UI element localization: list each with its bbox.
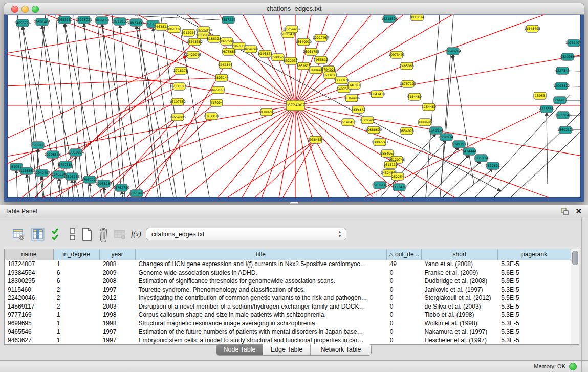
graph-node[interactable]: 9146821 — [258, 50, 272, 57]
table-row[interactable]: 2242004622012Investigating the contribut… — [5, 294, 571, 302]
graph-node[interactable]: 17359924 — [68, 149, 84, 156]
graph-node[interactable]: 8322037 — [284, 57, 298, 64]
column-header-name[interactable]: name — [5, 249, 54, 260]
graph-node[interactable]: 18300295 — [258, 108, 275, 116]
graph-node[interactable]: 12923446 — [128, 190, 145, 197]
graph-node[interactable]: 19751074 — [565, 39, 581, 47]
column-header-short[interactable]: short — [422, 249, 498, 260]
graph-node[interactable]: 8186328 — [207, 35, 221, 42]
tab-node-table[interactable]: Node Table — [216, 344, 263, 355]
graph-node[interactable]: 16671355 — [128, 19, 144, 26]
graph-node[interactable]: 15148453 — [340, 119, 356, 126]
graph-node[interactable]: 19654985 — [169, 114, 186, 121]
graph-node[interactable]: 252254 — [391, 173, 404, 180]
graph-node[interactable]: 19218506 — [381, 15, 398, 23]
graph-node[interactable]: 16107552 — [169, 98, 186, 105]
table-row[interactable]: 946362711997Embryonic stem cells: a mode… — [5, 336, 571, 345]
graph-node[interactable]: 19384554 — [308, 136, 324, 143]
network-canvas[interactable]: 2405572420691406106532871527602184661601… — [7, 15, 581, 198]
graph-node[interactable]: 2718176 — [173, 67, 188, 74]
graph-node[interactable]: 9654923 — [400, 127, 414, 135]
graph-node[interactable]: 10653287 — [56, 16, 73, 24]
select-all-icon[interactable] — [49, 227, 63, 242]
graph-node[interactable]: 16648784 — [445, 48, 461, 55]
table-settings-icon[interactable] — [11, 227, 26, 242]
column-visibility-icon[interactable] — [31, 227, 45, 242]
graph-node[interactable]: 8813074 — [410, 15, 424, 21]
column-header-pagerank[interactable]: pagerank — [498, 249, 571, 260]
graph-node[interactable]: 9154469 — [407, 93, 422, 100]
table-row[interactable]: 969969511998Structural magnetic resonanc… — [5, 319, 571, 328]
graph-node[interactable]: 9875685 — [222, 48, 236, 55]
graph-node[interactable]: 9797588 — [58, 161, 73, 168]
graph-node[interactable]: 9329966 — [560, 53, 575, 60]
graph-node[interactable]: 11156869 — [18, 167, 35, 174]
graph-node[interactable]: 16782759 — [113, 184, 129, 191]
graph-node[interactable]: 13505135 — [63, 173, 80, 180]
graph-node[interactable]: 16210643 — [555, 112, 571, 119]
table-row[interactable]: 1938455462009Genome-wide association stu… — [5, 269, 571, 277]
graph-node[interactable]: 12217987 — [313, 34, 329, 41]
graph-node[interactable]: 15276021 — [76, 16, 92, 24]
graph-node[interactable]: 8267150 — [204, 113, 219, 120]
graph-node[interactable]: 8454749 — [244, 46, 258, 53]
table-vertical-scrollbar[interactable] — [571, 249, 579, 344]
table-row[interactable]: 1872400712008Changes of HCN gene express… — [5, 260, 571, 269]
graph-node[interactable]: 8466160 — [95, 17, 109, 24]
table-row[interactable]: 1456911722003Disruption of a novel membe… — [5, 302, 571, 311]
graph-node[interactable]: 417004 — [210, 99, 223, 106]
graph-node[interactable]: 1615132 — [383, 161, 398, 168]
graph-node[interactable]: 18640910 — [295, 38, 312, 46]
graph-node[interactable]: 8912954 — [181, 29, 195, 36]
column-header-title[interactable]: title — [136, 249, 387, 260]
graph-node[interactable]: 11254419 — [284, 26, 300, 33]
memory-status-indicator[interactable] — [569, 363, 577, 370]
graph-node[interactable]: 10958187 — [96, 180, 112, 187]
graph-node[interactable]: 2803144 — [214, 74, 229, 81]
graph-node[interactable]: 16543382 — [186, 38, 203, 46]
table-row[interactable]: 911546021997Tourette syndrome. Phenomeno… — [5, 286, 571, 294]
graph-node[interactable]: 12213369 — [171, 83, 187, 90]
graph-node[interactable]: 9227343 — [555, 67, 570, 74]
graph-node[interactable]: 7463822 — [154, 23, 168, 30]
graph-node[interactable]: 9899695 — [418, 119, 432, 126]
splitter-grip[interactable] — [290, 202, 298, 204]
graph-node[interactable]: 1154469 — [422, 103, 436, 111]
graph-node[interactable]: 15720407 — [359, 117, 376, 124]
graph-node[interactable]: 16047427 — [369, 91, 385, 98]
graph-node[interactable]: 7632621 — [486, 162, 500, 169]
graph-node[interactable]: 10719155 — [112, 18, 128, 25]
tab-network-table[interactable]: Network Table — [311, 344, 371, 355]
graph-node[interactable]: 10973493 — [388, 51, 405, 58]
graph-node[interactable]: 9746266 — [347, 82, 361, 89]
graph-node[interactable]: 8215358 — [539, 105, 554, 113]
tab-edge-table[interactable]: Edge Table — [263, 344, 311, 355]
graph-node[interactable]: 18724007 — [286, 100, 305, 111]
graph-node[interactable]: 7386372 — [351, 106, 365, 113]
table-selector-dropdown[interactable]: citations_edges.txt▲▼ — [146, 228, 346, 240]
graph-node[interactable]: 1733426 — [392, 184, 406, 191]
delete-table-icon[interactable] — [96, 227, 111, 242]
graph-node[interactable]: 6879197 — [452, 141, 466, 148]
clear-selection-icon[interactable] — [66, 227, 80, 242]
function-builder-button[interactable]: f(x) — [129, 227, 143, 242]
graph-node[interactable]: 11548498 — [524, 25, 540, 32]
close-panel-icon[interactable]: ✕ — [575, 207, 582, 216]
window-titlebar[interactable]: citations_edges.txt — [4, 3, 584, 15]
graph-node[interactable]: 10688609 — [365, 126, 382, 134]
graph-node[interactable]: 15953 — [534, 92, 546, 99]
graph-node[interactable]: 9242844 — [218, 61, 232, 69]
column-header-year[interactable]: year — [100, 249, 136, 260]
graph-node[interactable]: 18807243 — [372, 139, 388, 146]
graph-node[interactable]: 15692371 — [557, 126, 574, 134]
graph-node[interactable]: 2516065 — [31, 142, 45, 149]
graph-node[interactable]: 7485083 — [400, 62, 414, 70]
scrollbar-thumb[interactable] — [572, 251, 578, 265]
graph-node[interactable]: 2935114 — [474, 155, 488, 162]
graph-node[interactable]: 8427552 — [211, 86, 225, 94]
graph-node[interactable]: 1990448 — [309, 67, 323, 74]
graph-node[interactable]: 15136141 — [372, 182, 388, 189]
graph-node[interactable]: 9777169 — [334, 77, 349, 84]
new-table-icon[interactable] — [80, 227, 94, 242]
graph-node[interactable]: 1244419 — [553, 97, 567, 104]
